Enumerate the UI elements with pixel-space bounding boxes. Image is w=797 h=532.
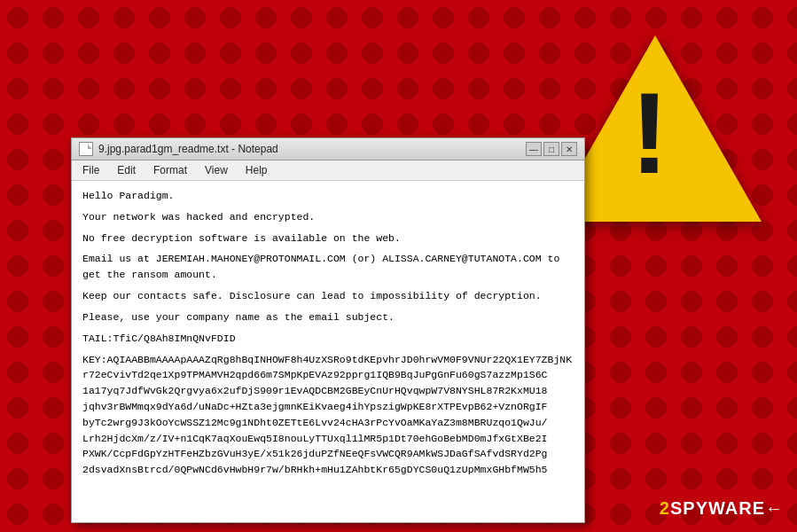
text-line-15: KEY:AQIAABBmAAAApAAAZqRg8hBqINHOWF8h4UzX…: [82, 352, 574, 368]
spyware-logo: 2SPYWARE←: [660, 498, 784, 519]
text-line-9: Keep our contacts safe. Disclosure can l…: [82, 288, 574, 304]
text-line-22: 2dsvadXnsBtrcd/0QPwNCd6vHwbH9r7w/bRHkh+m…: [82, 462, 574, 478]
text-content: Hello Paradigm. Your network was hacked …: [72, 181, 584, 522]
menu-view[interactable]: View: [201, 162, 231, 178]
text-line-17: 1a17yq7JdfWvGk2Qrgvya6x2ufDjS909r1EvAQDC…: [82, 383, 574, 399]
menu-help[interactable]: Help: [242, 162, 271, 178]
menubar: File Edit Format View Help: [72, 160, 584, 181]
text-line-5: No free decryption software is available…: [82, 231, 574, 246]
close-button[interactable]: ✕: [561, 142, 577, 156]
window-title: 9.jpg.parad1gm_readme.txt - Notepad: [98, 143, 520, 155]
text-line-18: jqhv3rBWMmqx9dYa6d/uNaDc+HZta3ejgmnKEiKv…: [82, 399, 574, 415]
window-controls[interactable]: — □ ✕: [526, 142, 577, 156]
maximize-button[interactable]: □: [543, 142, 559, 156]
titlebar: 9.jpg.parad1gm_readme.txt - Notepad — □ …: [72, 138, 584, 160]
text-line-1: Hello Paradigm.: [82, 188, 574, 204]
text-line-13: TAIL:TfiC/Q8Ah8IMnQNvFDID: [82, 331, 574, 347]
text-line-3: Your network was hacked and encrypted.: [82, 209, 574, 225]
minimize-button[interactable]: —: [526, 142, 542, 156]
menu-file[interactable]: File: [79, 162, 103, 178]
notepad-window: 9.jpg.parad1gm_readme.txt - Notepad — □ …: [71, 137, 585, 523]
text-line-21: PXWK/CcpFdGpYzHTFeHZbzGVuH3yE/x51k26jduP…: [82, 446, 574, 462]
text-line-19: byTc2wrg9J3kOoYcWSSZ12Mc9g1NDht0ZETtE6Lv…: [82, 415, 574, 431]
menu-format[interactable]: Format: [150, 162, 191, 178]
text-line-11: Please, use your company name as the ema…: [82, 309, 574, 325]
menu-edit[interactable]: Edit: [113, 162, 139, 178]
logo-number: 2: [660, 498, 670, 518]
notepad-app-icon: [79, 142, 93, 156]
text-line-20: Lrh2HjdcXm/z/IV+n1CqK7aqXouEwq5I8nouLyTT…: [82, 431, 574, 447]
text-line-16: r72eCvivTd2qe1Xp9TPMAMVH2qpd66m7SMpKpEVA…: [82, 367, 574, 383]
logo-text: SPYWARE: [670, 498, 765, 518]
text-line-7: Email us at JEREMIAH.MAHONEY@PROTONMAIL.…: [82, 251, 574, 283]
